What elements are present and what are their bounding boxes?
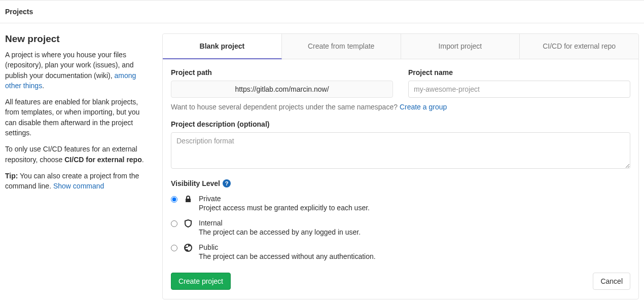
visibility-private-row: Private Project access must be granted e… (171, 195, 630, 212)
visibility-level-label: Visibility Level (171, 179, 220, 187)
tab-cicd-external[interactable]: CI/CD for external repo (520, 34, 638, 59)
visibility-private-desc: Project access must be granted explicitl… (199, 204, 630, 212)
sidebar-paragraph-1: A project is where you house your files … (5, 50, 147, 91)
shield-icon (184, 219, 193, 228)
breadcrumb-text: Projects (5, 8, 33, 16)
show-command-link[interactable]: Show command (53, 182, 104, 190)
visibility-internal-radio[interactable] (171, 220, 177, 227)
page-title: New project (5, 33, 147, 45)
visibility-private-radio[interactable] (171, 196, 177, 203)
help-icon[interactable]: ? (223, 179, 231, 187)
visibility-internal-desc: The project can be accessed by any logge… (199, 228, 630, 236)
visibility-private-title: Private (199, 195, 630, 203)
globe-icon (184, 243, 193, 252)
tab-import-project[interactable]: Import project (401, 34, 520, 59)
lock-icon (184, 195, 193, 204)
project-description-label: Project description (optional) (171, 120, 630, 128)
sidebar-paragraph-3: To only use CI/CD features for an extern… (5, 144, 147, 165)
sidebar: New project A project is where you house… (5, 33, 162, 299)
visibility-public-desc: The project can be accessed without any … (199, 252, 630, 260)
project-name-input[interactable] (408, 81, 630, 98)
create-project-button[interactable]: Create project (171, 273, 231, 290)
visibility-public-row: Public The project can be accessed witho… (171, 243, 630, 260)
visibility-public-title: Public (199, 243, 630, 251)
visibility-internal-title: Internal (199, 219, 630, 227)
project-path-label: Project path (171, 68, 393, 77)
create-group-link[interactable]: Create a group (400, 103, 447, 111)
main-panel: Blank project Create from template Impor… (162, 33, 639, 299)
tab-blank-project[interactable]: Blank project (163, 34, 282, 59)
project-description-input[interactable] (171, 132, 630, 169)
visibility-public-radio[interactable] (171, 245, 177, 251)
project-path-value: https://gitlab.com/marcin.now/ (171, 81, 393, 98)
breadcrumb: Projects (0, 0, 644, 23)
visibility-internal-row: Internal The project can be accessed by … (171, 219, 630, 236)
tab-create-from-template[interactable]: Create from template (282, 34, 401, 59)
namespace-hint: Want to house several dependent projects… (171, 103, 630, 111)
sidebar-paragraph-2: All features are enabled for blank proje… (5, 97, 147, 138)
project-name-label: Project name (408, 68, 630, 77)
sidebar-tip: Tip: You can also create a project from … (5, 171, 147, 192)
cancel-button[interactable]: Cancel (593, 273, 630, 290)
tabs: Blank project Create from template Impor… (163, 34, 638, 59)
